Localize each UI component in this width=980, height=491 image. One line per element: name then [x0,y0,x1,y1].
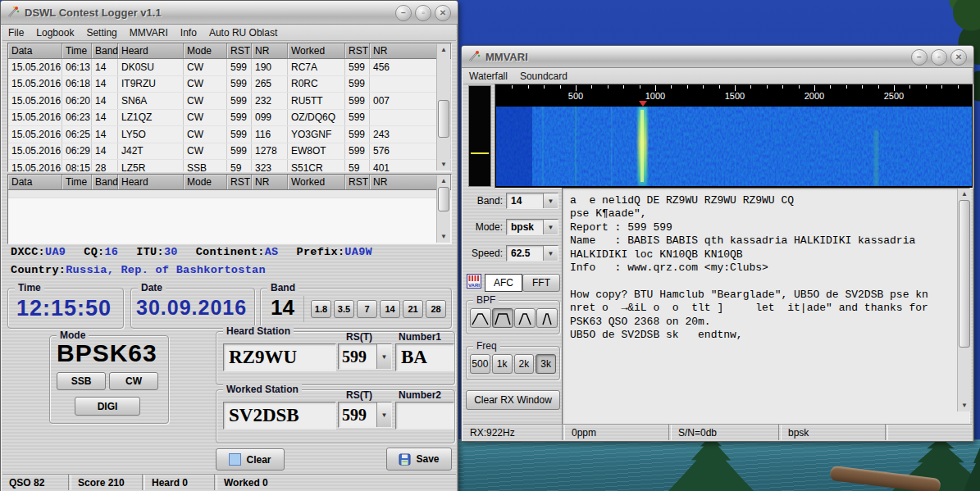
scroll-up-icon[interactable]: ▲ [959,189,970,200]
chevron-down-icon[interactable]: ▼ [376,402,391,427]
menu-item-info[interactable]: Info [180,27,197,39]
scroll-up-icon[interactable]: ▲ [438,175,449,187]
minimize-button[interactable]: − [395,5,412,21]
cell: 599 [345,59,370,75]
cell: 06:13 [62,59,92,75]
dupe-table-scrollbar[interactable]: ▲ ▼ [436,175,450,243]
chevron-down-icon[interactable]: ▼ [376,344,391,369]
cw-button[interactable]: CW [109,372,158,390]
table-row[interactable]: 15.05.201606:1814IT9RZUCW599265R0RC599 [8,76,451,93]
freq-button-1k[interactable]: 1k [492,354,513,374]
worked-rst-dropdown[interactable]: 599 ▼ [338,402,392,428]
qso-table-scrollbar[interactable]: ▲ ▼ [436,44,450,170]
save-button[interactable]: Save [386,448,452,471]
chevron-down-icon[interactable]: ▼ [543,246,558,261]
scroll-down-icon[interactable]: ▼ [438,231,449,243]
dupe-table-body [8,190,451,243]
digi-button[interactable]: DIGI [75,397,140,416]
heard-callsign-input[interactable]: RZ9WU [223,343,336,371]
table-row[interactable]: 15.05.201606:2314LZ1QZCW599099OZ/DQ6Q599 [8,110,451,127]
chevron-down-icon[interactable]: ▼ [543,220,558,234]
freq-button-2k[interactable]: 2k [514,354,535,374]
ssb-button[interactable]: SSB [57,372,106,390]
chevron-down-icon[interactable]: ▼ [543,193,558,208]
scrollbar-thumb[interactable] [438,187,449,211]
current-mode: BPSK63 [57,339,157,367]
info-value: UA9 [45,246,66,258]
menu-item-file[interactable]: File [8,27,24,39]
band-button-7[interactable]: 7 [357,300,377,318]
close-button[interactable]: ✕ [435,5,451,21]
squelch-marker[interactable] [471,152,489,154]
cell: 599 [227,93,252,109]
scrollbar-thumb[interactable] [959,200,970,348]
cell: EW8OT [288,143,345,160]
scale-tick [671,85,672,89]
number1-input[interactable]: BA [395,343,454,371]
waterfall-display[interactable] [496,107,972,186]
menu-item-waterfall[interactable]: Waterfall [469,70,508,82]
info-label: Continent: [196,246,265,258]
table-row[interactable]: 15.05.201606:1314DK0SUCW599190RC7A599456 [8,59,451,76]
menu-item-logbook[interactable]: Logbook [36,27,74,39]
rx-frequency-marker[interactable] [639,101,647,107]
logger-menubar: FileLogbookSettingMMVARIInfoAuto RU Obla… [2,25,456,41]
fft-button[interactable]: FFT [522,274,560,292]
freq-button-3k[interactable]: 3k [536,354,556,374]
band-dropdown[interactable]: 14 ▼ [506,193,558,209]
scroll-down-icon[interactable]: ▼ [438,159,449,170]
freq-group: Freq 5001k2k3k [466,346,560,380]
band-button-14[interactable]: 14 [380,300,400,318]
band-button-1.8[interactable]: 1.8 [311,300,331,318]
table-row[interactable]: 15.05.201606:2914J42TCW5991278EW8OT59957… [8,143,451,161]
band-button-3.5[interactable]: 3.5 [334,300,354,318]
waterfall-panel[interactable]: 5001000150020002500 [495,84,973,189]
table-row[interactable]: 15.05.201606:2014SN6ACW599232RU5TT599007 [8,93,451,110]
menu-item-auto-ru-oblast[interactable]: Auto RU Oblast [209,27,277,39]
maximize-button[interactable]: ▫ [931,49,947,66]
freq-button-500[interactable]: 500 [470,354,490,374]
scale-tick [719,85,720,89]
scale-tick [862,85,863,89]
scrollbar-thumb[interactable] [438,100,449,138]
menu-item-soundcard[interactable]: Soundcard [520,70,567,82]
scroll-down-icon[interactable]: ▼ [959,400,970,411]
rx-text-area[interactable]: a e nelidQ DE RZ9WU RZ9WU RZ9WU CQ pse K… [562,188,970,425]
cell: YO3GNF [288,126,345,143]
band-button-21[interactable]: 21 [403,300,423,318]
scroll-up-icon[interactable]: ▲ [438,44,449,56]
status-segment: RX:922Hz [463,425,562,440]
heard-rst-value: 599 [339,344,376,369]
worked-callsign-input[interactable]: SV2DSB [223,402,336,430]
bpf-filter-4-button[interactable] [536,308,558,328]
level-meter [468,85,491,187]
minimize-button[interactable]: − [911,49,928,66]
afc-toggle[interactable]: AFC [485,274,522,292]
number2-input[interactable] [395,402,454,430]
mode-dropdown[interactable]: bpsk ▼ [506,219,558,235]
menu-item-setting[interactable]: Setting [86,27,116,39]
band-button-28[interactable]: 28 [426,300,446,318]
bpf-filter-3-button[interactable] [514,308,536,328]
info-label: DXCC: [11,246,45,258]
table-row[interactable]: 15.05.201608:1528LZ5RSSB59323S51CR59401 [8,160,451,171]
scale-tick [878,85,879,89]
bpf-filter-1-button[interactable] [470,308,491,328]
table-row[interactable]: 15.05.201606:2514LY5OCW599116YO3GNF59924… [8,126,451,143]
qso-table: DataTimeBandHeardModeRSTNRWorkedRSTNR 15… [7,43,452,172]
heard-rst-dropdown[interactable]: 599 ▼ [338,343,392,370]
cell: 599 [345,93,370,109]
cell: 06:25 [62,126,92,143]
clear-rx-window-button[interactable]: Clear RX Window [466,390,560,410]
heard-station-group: Heard Station RZ9WU RS(T) 599 ▼ Number1 … [216,331,455,385]
close-button[interactable]: ✕ [950,49,967,66]
maximize-button[interactable]: ▫ [415,5,431,21]
cell: 59 [227,160,252,171]
logger-titlebar[interactable]: DSWL Contest Logger v1.1 − ▫ ✕ [1,1,458,25]
speed-dropdown[interactable]: 62.5 ▼ [506,245,558,261]
menu-item-mmvari[interactable]: MMVARI [130,27,168,39]
bpf-filter-2-button[interactable] [492,308,513,328]
mmvari-titlebar[interactable]: MMVARI − ▫ ✕ [462,46,973,68]
rx-scrollbar[interactable]: ▲ ▼ [957,189,971,411]
clear-button[interactable]: Clear [216,448,285,471]
